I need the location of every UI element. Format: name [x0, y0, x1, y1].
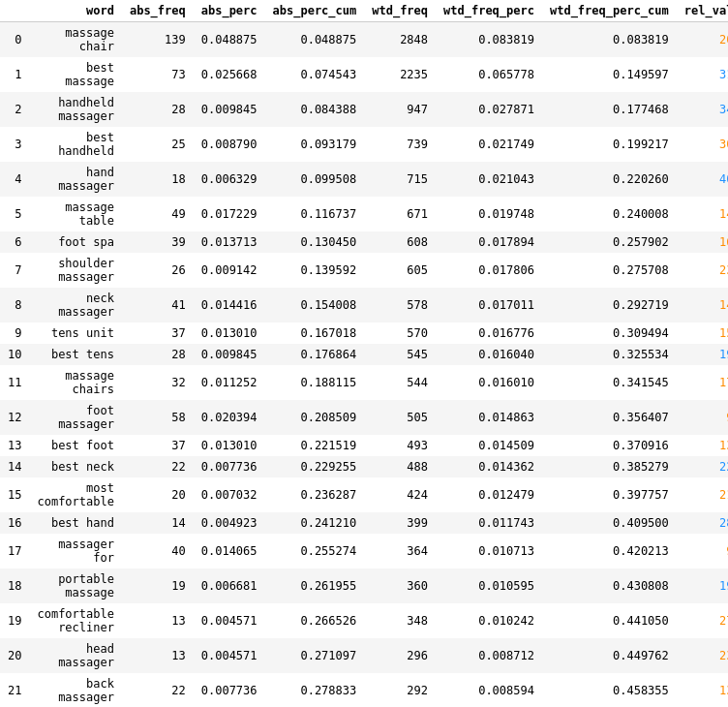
- cell-abs-perc: 0.008790: [194, 127, 265, 162]
- table-row: 9 tens unit 37 0.013010 0.167018 570 0.0…: [0, 323, 728, 344]
- table-row: 7 shoulder massager 26 0.009142 0.139592…: [0, 253, 728, 288]
- cell-abs-perc: 0.007032: [194, 477, 265, 512]
- cell-wtd-freq: 488: [364, 456, 436, 477]
- cell-wtd-freq-perc: 0.016776: [436, 323, 542, 344]
- table-row: 8 neck massager 41 0.014416 0.154008 578…: [0, 288, 728, 323]
- cell-abs-perc-cum: 0.266526: [265, 603, 365, 638]
- cell-abs-perc: 0.009845: [194, 92, 265, 127]
- cell-index: 20: [0, 638, 29, 673]
- cell-word: tens unit: [29, 323, 121, 344]
- table-row: 13 best foot 37 0.013010 0.221519 493 0.…: [0, 435, 728, 456]
- cell-rel-value: 9.0: [677, 400, 728, 435]
- cell-wtd-freq: 399: [364, 512, 436, 534]
- cell-wtd-freq-perc-cum: 0.370916: [542, 435, 677, 456]
- cell-word: foot spa: [29, 231, 121, 253]
- cell-word: head massager: [29, 638, 121, 673]
- cell-abs-perc: 0.014065: [194, 534, 265, 569]
- cell-wtd-freq-perc: 0.017806: [436, 253, 542, 288]
- cell-rel-value: 13.0: [677, 435, 728, 456]
- cell-abs-perc: 0.009142: [194, 253, 265, 288]
- cell-wtd-freq: 364: [364, 534, 436, 569]
- cell-wtd-freq-perc-cum: 0.341545: [542, 365, 677, 400]
- cell-abs-freq: 28: [122, 344, 194, 365]
- cell-rel-value: 19.0: [677, 344, 728, 365]
- cell-wtd-freq-perc-cum: 0.177468: [542, 92, 677, 127]
- cell-abs-freq: 14: [122, 512, 194, 534]
- cell-wtd-freq-perc: 0.021749: [436, 127, 542, 162]
- cell-abs-freq: 28: [122, 92, 194, 127]
- cell-word: best hand: [29, 512, 121, 534]
- cell-wtd-freq: 2848: [364, 22, 436, 58]
- table-row: 19 comfortable recliner 13 0.004571 0.26…: [0, 603, 728, 638]
- cell-abs-freq: 49: [122, 197, 194, 231]
- cell-abs-perc-cum: 0.139592: [265, 253, 365, 288]
- cell-wtd-freq-perc-cum: 0.199217: [542, 127, 677, 162]
- cell-abs-perc: 0.025668: [194, 57, 265, 92]
- cell-index: 5: [0, 197, 29, 231]
- cell-rel-value: 40.0: [677, 162, 728, 197]
- cell-abs-freq: 13: [122, 638, 194, 673]
- cell-abs-perc-cum: 0.084388: [265, 92, 365, 127]
- cell-abs-freq: 41: [122, 288, 194, 323]
- cell-rel-value: 23.0: [677, 253, 728, 288]
- cell-wtd-freq-perc-cum: 0.430808: [542, 569, 677, 603]
- cell-wtd-freq-perc: 0.008712: [436, 638, 542, 673]
- cell-wtd-freq-perc: 0.012479: [436, 477, 542, 512]
- cell-abs-perc-cum: 0.167018: [265, 323, 365, 344]
- cell-abs-freq: 26: [122, 253, 194, 288]
- cell-wtd-freq-perc-cum: 0.240008: [542, 197, 677, 231]
- cell-index: 17: [0, 534, 29, 569]
- cell-abs-freq: 13: [122, 603, 194, 638]
- cell-wtd-freq-perc-cum: 0.083819: [542, 22, 677, 58]
- cell-abs-perc-cum: 0.188115: [265, 365, 365, 400]
- table-row: 20 head massager 13 0.004571 0.271097 29…: [0, 638, 728, 673]
- cell-wtd-freq: 570: [364, 323, 436, 344]
- cell-word: neck massager: [29, 288, 121, 323]
- cell-rel-value: 13.0: [677, 673, 728, 707]
- cell-wtd-freq-perc: 0.010595: [436, 569, 542, 603]
- cell-index: 15: [0, 477, 29, 512]
- cell-rel-value: 23.0: [677, 638, 728, 673]
- cell-wtd-freq-perc-cum: 0.149597: [542, 57, 677, 92]
- cell-index: 18: [0, 569, 29, 603]
- cell-abs-perc: 0.006329: [194, 162, 265, 197]
- cell-wtd-freq-perc-cum: 0.441050: [542, 603, 677, 638]
- cell-wtd-freq: 605: [364, 253, 436, 288]
- cell-abs-freq: 37: [122, 435, 194, 456]
- cell-index: 13: [0, 435, 29, 456]
- cell-wtd-freq-perc-cum: 0.309494: [542, 323, 677, 344]
- cell-rel-value: 22.0: [677, 456, 728, 477]
- cell-index: 8: [0, 288, 29, 323]
- cell-index: 12: [0, 400, 29, 435]
- cell-abs-perc: 0.004923: [194, 512, 265, 534]
- table-row: 2 handheld massager 28 0.009845 0.084388…: [0, 92, 728, 127]
- cell-abs-freq: 39: [122, 231, 194, 253]
- cell-wtd-freq-perc: 0.011743: [436, 512, 542, 534]
- col-header-abs-perc-cum: abs_perc_cum: [265, 0, 365, 22]
- cell-abs-perc-cum: 0.130450: [265, 231, 365, 253]
- header-row: word abs_freq abs_perc abs_perc_cum wtd_…: [0, 0, 728, 22]
- cell-wtd-freq-perc-cum: 0.458355: [542, 673, 677, 707]
- cell-wtd-freq-perc: 0.065778: [436, 57, 542, 92]
- cell-abs-freq: 25: [122, 127, 194, 162]
- cell-wtd-freq-perc-cum: 0.449762: [542, 638, 677, 673]
- cell-wtd-freq-perc: 0.083819: [436, 22, 542, 58]
- cell-rel-value: 30.0: [677, 127, 728, 162]
- cell-wtd-freq-perc-cum: 0.292719: [542, 288, 677, 323]
- cell-wtd-freq-perc: 0.019748: [436, 197, 542, 231]
- cell-abs-perc-cum: 0.099508: [265, 162, 365, 197]
- cell-abs-perc-cum: 0.261955: [265, 569, 365, 603]
- cell-rel-value: 31.0: [677, 57, 728, 92]
- cell-wtd-freq-perc: 0.017011: [436, 288, 542, 323]
- cell-wtd-freq-perc: 0.016010: [436, 365, 542, 400]
- cell-wtd-freq: 296: [364, 638, 436, 673]
- cell-abs-perc: 0.013713: [194, 231, 265, 253]
- cell-wtd-freq-perc: 0.008594: [436, 673, 542, 707]
- cell-wtd-freq-perc: 0.010242: [436, 603, 542, 638]
- cell-abs-freq: 22: [122, 456, 194, 477]
- cell-wtd-freq-perc: 0.010713: [436, 534, 542, 569]
- cell-wtd-freq: 360: [364, 569, 436, 603]
- cell-wtd-freq-perc-cum: 0.420213: [542, 534, 677, 569]
- cell-abs-freq: 18: [122, 162, 194, 197]
- cell-abs-perc: 0.004571: [194, 603, 265, 638]
